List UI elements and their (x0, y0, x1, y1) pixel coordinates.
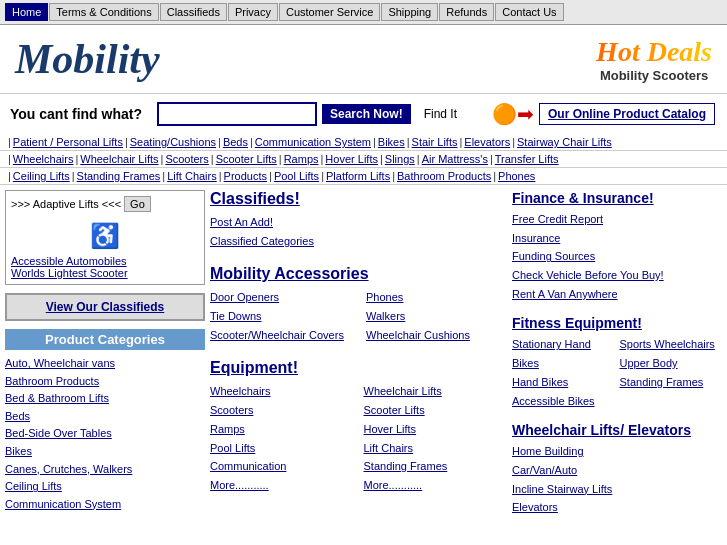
scooter-icon: ♿ (11, 217, 199, 255)
nav-item-shipping[interactable]: Shipping (381, 3, 438, 21)
pipe: | (512, 136, 515, 148)
go-button[interactable]: Go (124, 196, 151, 212)
link-bar1-item-6[interactable]: Elevators (464, 136, 510, 148)
category-link-bikes[interactable]: Bikes (5, 443, 205, 461)
fitness-link[interactable]: Standing Frames (620, 373, 723, 392)
category-link-bed--bathroom-lifts[interactable]: Bed & Bathroom Lifts (5, 390, 205, 408)
link-bar3-item-5[interactable]: Platform Lifts (326, 170, 390, 182)
mobility-link[interactable]: Tie Downs (210, 307, 351, 326)
search-input[interactable] (157, 102, 317, 126)
equipment-grid: WheelchairsScootersRampsPool LiftsCommun… (210, 382, 507, 494)
link-bar1-item-2[interactable]: Beds (223, 136, 248, 148)
pipe: | (373, 136, 376, 148)
link-bar3-item-6[interactable]: Bathroom Products (397, 170, 491, 182)
wheelchair-elevators-links: Home BuildingCar/Van/AutoIncline Stairwa… (512, 442, 722, 517)
link-bar2-item-8[interactable]: Transfer Lifts (495, 153, 559, 165)
nav-item-home[interactable]: Home (5, 3, 48, 21)
classified-categories-link[interactable]: Classified Categories (210, 232, 507, 251)
category-link-beds[interactable]: Beds (5, 408, 205, 426)
search-button[interactable]: Search Now! (322, 104, 411, 124)
wheelchair-elevator-link[interactable]: Home Building (512, 442, 722, 461)
pipe: | (321, 170, 324, 182)
fitness-link[interactable]: Sports Wheelchairs (620, 335, 723, 354)
equipment-link[interactable]: Communication (210, 457, 354, 476)
link-bar3-item-7[interactable]: Phones (498, 170, 535, 182)
wheelchair-elevator-link[interactable]: Elevators (512, 498, 722, 517)
link-bar3-item-4[interactable]: Pool Lifts (274, 170, 319, 182)
mobility-link[interactable]: Wheelchair Cushions (366, 326, 507, 345)
classifieds-section: Classifieds! Post An Add! Classified Cat… (210, 190, 507, 250)
link-bar2-item-3[interactable]: Scooter Lifts (216, 153, 277, 165)
fitness-link[interactable]: Hand Bikes (512, 373, 615, 392)
equipment-link[interactable]: Scooters (210, 401, 354, 420)
category-link-ceiling-lifts[interactable]: Ceiling Lifts (5, 478, 205, 496)
pipe: | (218, 136, 221, 148)
link-bar3-item-1[interactable]: Standing Frames (77, 170, 161, 182)
link-bar1-item-1[interactable]: Seating/Cushions (130, 136, 216, 148)
link-bar2-item-1[interactable]: Wheelchair Lifts (80, 153, 158, 165)
link-bar2-item-7[interactable]: Air Mattress's (422, 153, 488, 165)
fitness-link[interactable]: Upper Body (620, 354, 723, 373)
mobility-link[interactable]: Door Openers (210, 288, 351, 307)
pipe: | (8, 170, 11, 182)
wheelchair-elevator-link[interactable]: Incline Stairway Lifts (512, 480, 722, 499)
link-bar2-item-0[interactable]: Wheelchairs (13, 153, 74, 165)
equipment-link[interactable]: Hover Lifts (364, 420, 508, 439)
link-bar1-item-0[interactable]: Patient / Personal Lifts (13, 136, 123, 148)
fitness-link[interactable]: Stationary Hand Bikes (512, 335, 615, 372)
equipment-link[interactable]: Wheelchair Lifts (364, 382, 508, 401)
nav-item-classifieds[interactable]: Classifieds (160, 3, 227, 21)
link-bar1-item-5[interactable]: Stair Lifts (412, 136, 458, 148)
equipment-link[interactable]: Ramps (210, 420, 354, 439)
finance-link[interactable]: Funding Sources (512, 247, 722, 266)
lightest-scooter-link[interactable]: Worlds Lightest Scooter (11, 267, 199, 279)
link-bar2-item-5[interactable]: Hover Lifts (325, 153, 378, 165)
pipe: | (75, 153, 78, 165)
nav-item-privacy[interactable]: Privacy (228, 3, 278, 21)
link-bar3-item-0[interactable]: Ceiling Lifts (13, 170, 70, 182)
nav-item-terms--conditions[interactable]: Terms & Conditions (49, 3, 158, 21)
equipment-link[interactable]: More........... (210, 476, 354, 495)
catalog-link[interactable]: Our Online Product Catalog (539, 103, 715, 125)
pipe: | (279, 153, 282, 165)
category-link-communication-system[interactable]: Communication System (5, 496, 205, 514)
finance-link[interactable]: Insurance (512, 229, 722, 248)
finance-link[interactable]: Free Credit Report (512, 210, 722, 229)
accessible-automobiles-link[interactable]: Accessible Automobiles (11, 255, 199, 267)
equipment-link[interactable]: Wheelchairs (210, 382, 354, 401)
mobility-link[interactable]: Scooter/Wheelchair Covers (210, 326, 351, 345)
fitness-link[interactable]: Accessible Bikes (512, 392, 615, 411)
nav-item-contact-us[interactable]: Contact Us (495, 3, 563, 21)
equipment-link[interactable]: More........... (364, 476, 508, 495)
equipment-link[interactable]: Scooter Lifts (364, 401, 508, 420)
category-link-bathroom-products[interactable]: Bathroom Products (5, 373, 205, 391)
link-bar1-item-4[interactable]: Bikes (378, 136, 405, 148)
link-bar2-item-6[interactable]: Slings (385, 153, 415, 165)
equipment-col-2: Wheelchair LiftsScooter LiftsHover Lifts… (364, 382, 508, 494)
nav-item-customer-service[interactable]: Customer Service (279, 3, 380, 21)
category-link-canes-crutches-walkers[interactable]: Canes, Crutches, Walkers (5, 461, 205, 479)
finance-link[interactable]: Check Vehicle Before You Buy! (512, 266, 722, 285)
link-bar2-item-2[interactable]: Scooters (165, 153, 208, 165)
link-bar1-item-3[interactable]: Communication System (255, 136, 371, 148)
link-bar2-item-4[interactable]: Ramps (284, 153, 319, 165)
mobility-link[interactable]: Walkers (366, 307, 507, 326)
wheelchair-elevator-link[interactable]: Car/Van/Auto (512, 461, 722, 480)
view-classifieds-button[interactable]: View Our Classifieds (5, 293, 205, 321)
post-add-link[interactable]: Post An Add! (210, 213, 507, 232)
link-bar1-item-7[interactable]: Stairway Chair Lifts (517, 136, 612, 148)
equipment-link[interactable]: Pool Lifts (210, 439, 354, 458)
link-bar3-item-3[interactable]: Products (224, 170, 267, 182)
equipment-col-1: WheelchairsScootersRampsPool LiftsCommun… (210, 382, 354, 494)
mobility-link[interactable]: Phones (366, 288, 507, 307)
link-bar-2: | Wheelchairs | Wheelchair Lifts | Scoot… (0, 151, 727, 168)
link-bar3-item-2[interactable]: Lift Chairs (167, 170, 217, 182)
nav-item-refunds[interactable]: Refunds (439, 3, 494, 21)
category-link-auto-wheelchair-vans[interactable]: Auto, Wheelchair vans (5, 355, 205, 373)
main-content: >>> Adaptive Lifts <<< Go ♿ Accessible A… (0, 185, 727, 534)
adaptive-lifts-label: >>> Adaptive Lifts <<< (11, 198, 121, 210)
category-link-bed-side-over-tables[interactable]: Bed-Side Over Tables (5, 425, 205, 443)
finance-link[interactable]: Rent A Van Anywhere (512, 285, 722, 304)
equipment-link[interactable]: Lift Chairs (364, 439, 508, 458)
equipment-link[interactable]: Standing Frames (364, 457, 508, 476)
